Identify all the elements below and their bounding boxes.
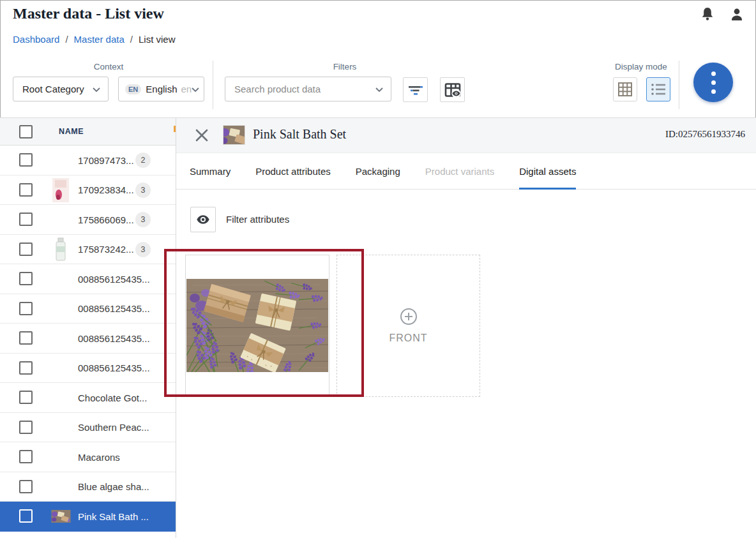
- table-view-settings-button[interactable]: [440, 77, 465, 102]
- row-name: Blue algae sha...: [78, 472, 149, 502]
- product-photo-lavender-soap: [186, 279, 328, 372]
- row-checkbox[interactable]: [19, 153, 33, 167]
- product-title: Pink Salt Bath Set: [253, 127, 346, 142]
- digital-asset-image-card[interactable]: [185, 255, 329, 396]
- table-row[interactable]: Southern Peac...: [0, 413, 176, 443]
- notifications-bell-icon[interactable]: [700, 6, 715, 23]
- name-column-header: NAME: [59, 127, 84, 136]
- row-thumbnail-slot: [49, 502, 72, 532]
- actions-menu-fab[interactable]: [693, 63, 733, 102]
- tab-product-attributes[interactable]: Product attributes: [255, 153, 331, 190]
- table-row[interactable]: 008856125435...: [0, 354, 176, 384]
- display-mode-list-button[interactable]: [646, 77, 670, 101]
- detail-header: Pink Salt Bath Set ID:02576561933746: [176, 118, 756, 153]
- row-checkbox[interactable]: [19, 509, 33, 523]
- language-select-value: English: [146, 84, 177, 94]
- language-select[interactable]: EN English en: [118, 77, 204, 101]
- row-name: 008856125435...: [78, 264, 150, 294]
- table-row[interactable]: 175866069...3: [0, 205, 176, 235]
- product-thumbnail: [52, 178, 69, 202]
- detail-tabs: SummaryProduct attributesPackagingProduc…: [176, 153, 756, 190]
- ellipsis-dot: [711, 80, 716, 85]
- row-checkbox[interactable]: [19, 302, 33, 315]
- row-thumbnail-slot: [49, 146, 72, 176]
- row-thumbnail-slot: [49, 294, 72, 324]
- search-placeholder: Search product data: [234, 84, 321, 94]
- grid-view-icon: [617, 82, 633, 97]
- row-checkbox[interactable]: [19, 243, 33, 256]
- toolbar-divider: [679, 61, 679, 109]
- language-suffix: en: [181, 84, 192, 94]
- tab-packaging[interactable]: Packaging: [356, 153, 400, 190]
- row-name: 008856125435...: [78, 354, 150, 384]
- table-row[interactable]: 008856125435...: [0, 294, 176, 324]
- row-thumbnail-slot: [49, 442, 72, 472]
- top-right-icons: [700, 6, 745, 23]
- user-account-icon[interactable]: [729, 6, 745, 23]
- breadcrumb-master-data[interactable]: Master data: [74, 34, 125, 45]
- product-thumbnail: [223, 125, 245, 145]
- close-icon[interactable]: [194, 128, 209, 143]
- table-header: NAME: [0, 118, 176, 146]
- row-checkbox[interactable]: [19, 421, 33, 434]
- search-product-select[interactable]: Search product data: [225, 77, 391, 101]
- row-checkbox[interactable]: [19, 331, 33, 345]
- row-checkbox[interactable]: [19, 272, 33, 285]
- table-row[interactable]: Blue algae sha...: [0, 472, 176, 502]
- row-checkbox[interactable]: [19, 450, 33, 463]
- row-count-badge: 3: [135, 212, 151, 227]
- select-all-checkbox[interactable]: [19, 125, 33, 138]
- filters-group-label: Filters: [225, 62, 465, 71]
- row-name: 175866069...: [78, 205, 134, 235]
- row-checkbox[interactable]: [19, 391, 33, 404]
- product-table-body: 170897473...2170923834...3175866069...31…: [0, 146, 176, 532]
- table-row[interactable]: Pink Salt Bath ...: [0, 502, 176, 532]
- row-name: 170923834...: [78, 176, 134, 205]
- row-name: Macarons: [78, 442, 120, 472]
- chevron-down-icon: [93, 84, 100, 94]
- table-row[interactable]: 175873242...3: [0, 235, 176, 265]
- filter-attributes-label: Filter attributes: [226, 214, 289, 225]
- row-count-badge: 3: [135, 242, 151, 257]
- row-name: 008856125435...: [78, 294, 150, 324]
- table-row[interactable]: 008856125435...: [0, 324, 176, 354]
- row-checkbox[interactable]: [19, 213, 33, 226]
- chevron-down-icon: [375, 84, 383, 94]
- display-mode-grid-button[interactable]: [613, 77, 637, 101]
- table-row[interactable]: 170897473...2: [0, 146, 176, 176]
- page-title: Master data - List view: [13, 5, 164, 22]
- tab-digital-assets[interactable]: Digital assets: [519, 153, 576, 190]
- product-thumbnail: [51, 510, 71, 523]
- front-asset-upload-slot[interactable]: FRONT: [336, 255, 480, 397]
- language-code-badge: EN: [125, 84, 141, 94]
- breadcrumb-list-view: List view: [139, 34, 176, 45]
- ellipsis-dot: [711, 89, 716, 94]
- table-row[interactable]: Chocolate Got...: [0, 383, 176, 413]
- row-name: Pink Salt Bath ...: [78, 502, 149, 532]
- table-row[interactable]: 008856125435...: [0, 264, 176, 294]
- row-thumbnail-slot: [49, 324, 72, 354]
- category-select[interactable]: Root Category: [13, 77, 109, 101]
- list-view-icon: [651, 82, 666, 96]
- add-plus-circle-icon: [400, 308, 418, 325]
- product-thumbnail: [53, 237, 68, 262]
- tab-product-variants[interactable]: Product variants: [425, 153, 494, 190]
- filter-attributes-button[interactable]: [190, 207, 216, 232]
- table-row[interactable]: 170923834...3: [0, 176, 176, 205]
- eye-icon: [195, 213, 211, 227]
- breadcrumb-separator: /: [130, 34, 133, 45]
- row-name: 175873242...: [78, 235, 134, 265]
- filter-funnel-button[interactable]: [403, 77, 428, 102]
- row-checkbox[interactable]: [19, 480, 33, 493]
- row-checkbox[interactable]: [19, 361, 33, 375]
- row-checkbox[interactable]: [19, 183, 33, 197]
- toolbar-divider: [213, 61, 213, 109]
- front-slot-label: FRONT: [389, 333, 427, 344]
- row-name: Chocolate Got...: [78, 383, 147, 413]
- category-select-value: Root Category: [22, 84, 84, 94]
- table-row[interactable]: Macarons: [0, 442, 176, 472]
- tab-summary[interactable]: Summary: [190, 153, 231, 190]
- row-name: Southern Peac...: [78, 413, 149, 443]
- breadcrumb-dashboard[interactable]: Dashboard: [13, 34, 59, 45]
- row-name: 170897473...: [78, 146, 134, 176]
